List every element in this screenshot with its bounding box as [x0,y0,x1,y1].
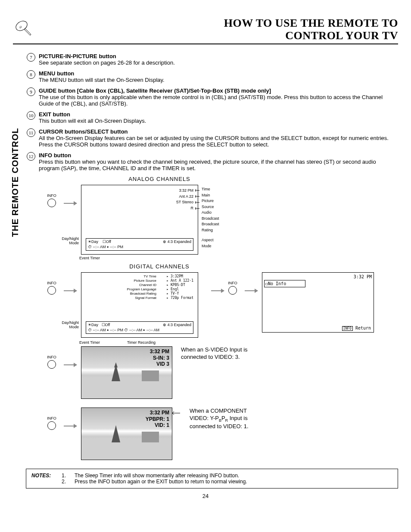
digital-osd-box: TV Time Picture Source Channel ID Progra… [81,272,198,338]
page-header: H HOW TO USE THE REMOTE TO CONTROL YOUR … [13,17,398,44]
note-1: The Sleep Timer info will show momentari… [75,473,247,479]
callout-arrow-icon [172,411,181,415]
digital-diagram-row: INFO Day/Night Mode ClosedCaptioning Asp… [43,272,398,338]
section-tab-label: THE REMOTE CONTROL [10,128,20,237]
item-8: 8 MENU button The MENU button will start… [26,70,398,83]
item-desc: See separate section on pages 26-28 for … [39,59,175,66]
analog-heading: ANALOG CHANNELS [99,176,220,182]
item-11: 11 CURSOR buttons/SELECT button All the … [26,128,398,148]
note-2: Press the INFO button again or the EXIT … [75,479,247,485]
page-number: 24 [13,493,398,499]
page-title: HOW TO USE THE REMOTE TO CONTROL YOUR TV [224,17,398,42]
svg-marker-4 [114,362,118,367]
svideo-diagram-row: INFO 3:32 PM S-IN: 3 VID 3 When an S [43,346,398,399]
svg-text:H: H [19,25,23,29]
digital-right-values: ▸ 3:32PM ▸ Ant A 122-1 ▸ KPBS-DT ▸ Engl … [166,274,193,300]
analog-osd-box: 3:32 PM Ant A 22 ST Stereo R ☀Day [81,185,198,255]
label-daynight: Day/Night Mode [55,320,79,329]
item-10: 10 EXIT button This button will exit all… [26,111,398,124]
component-desc: When a COMPONENT VIDEO: Y-PBPR Input is … [190,408,258,430]
info-button-diagram: INFO [43,281,60,296]
item-9: 9 GUIDE button [Cable Box (CBL), Satelli… [26,87,398,107]
label-event: Event Timer [72,256,107,260]
component-osd-text: 3:32 PM YPBPR: 1 VID: 1 [146,410,169,428]
arrow-icon [211,290,224,291]
item-7: 7 PICTURE-IN-PICTURE button See separate… [26,53,398,66]
notes-label: NOTES: [31,473,62,485]
info-button-diagram: INFO [43,355,60,370]
component-diagram-row: INFO 3:32 PM YPBPR: 1 VID: 1 [43,408,398,460]
svideo-desc: When an S-VIDEO Input is connected to VI… [181,346,250,361]
component-thumb: 3:32 PM YPBPR: 1 VID: 1 [81,408,172,460]
arrow-icon [245,290,258,291]
info-button-diagram: INFO [43,416,60,431]
arrow-icon [64,290,77,291]
info-button-diagram: INFO [43,193,60,208]
svideo-osd-text: 3:32 PM S-IN: 3 VID 3 [150,348,169,367]
status-bar: ☀Day ☐Off ⊕ 4:3 Expanded ⏱ --:-- AM ▶ --… [86,238,193,251]
svg-rect-5 [142,370,159,381]
info-button-diagram: INFO [224,281,241,296]
item-12: 12 INFO button Press this button when yo… [26,152,398,171]
arrow-icon [64,364,77,365]
status-bar: ☀Day ☐Off ⊕ 4:3 Expanded ⏱ --:-- AM ▶ --… [86,321,193,334]
analog-callouts: Time Main Picture Source Audio Broadcast… [202,187,219,249]
svg-rect-8 [142,432,159,442]
svg-point-0 [14,19,29,32]
svideo-thumb: 3:32 PM S-IN: 3 VID 3 [81,346,172,399]
arrow-icon [64,203,77,204]
callout-arrows [195,189,201,213]
notes-box: NOTES: 1.2. The Sleep Timer info will sh… [26,469,398,488]
item-number: 7 [27,53,35,62]
label-event: Event Timer [72,340,107,345]
label-timerrec: Timer Recording [122,340,161,345]
label-daynight: Day/Night Mode [55,236,79,245]
noinfo-osd-box: 3:32 PM ◻No Info INFO Return [262,272,374,333]
item-title: PICTURE-IN-PICTURE button [39,53,116,59]
digital-heading: DIGITAL CHANNELS [99,263,220,270]
arrow-icon [64,426,77,426]
analog-diagram-row: INFO Day/Night Mode ClosedCaptioning Eve… [43,185,398,255]
svg-marker-7 [112,425,120,442]
digital-left-labels: TV Time Picture Source Channel ID Progra… [127,274,157,300]
brand-logo-icon: H [13,17,34,38]
